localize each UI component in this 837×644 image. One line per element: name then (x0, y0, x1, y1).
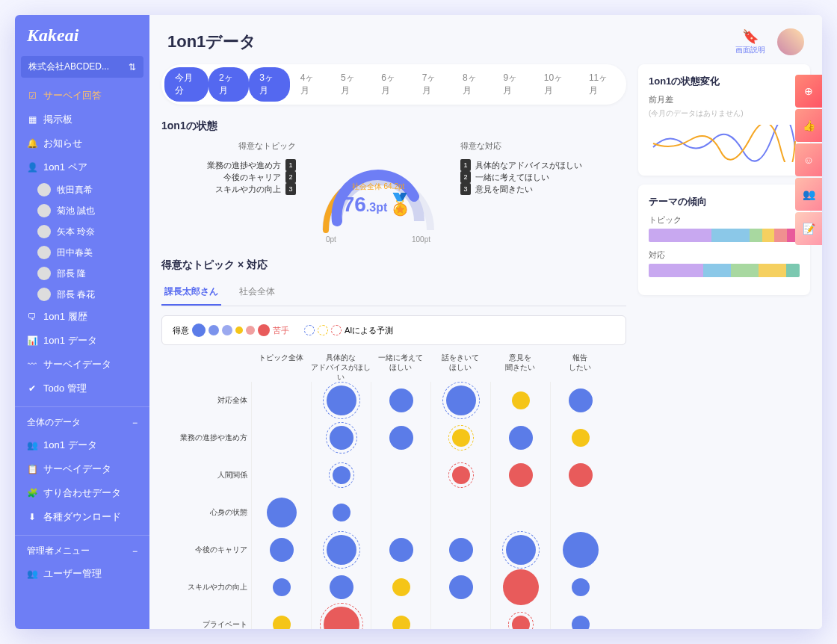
month-tab[interactable]: 5ヶ月 (330, 67, 371, 102)
nav-notice[interactable]: 🔔お知らせ (15, 131, 149, 155)
rank-badge: 1 (460, 159, 471, 171)
bubble-cell (371, 456, 430, 494)
bubble-row: 人間関係 (251, 456, 626, 494)
member-item[interactable]: 矢本 玲奈 (15, 221, 149, 242)
bubble-cell (490, 456, 550, 494)
nav-all-survey[interactable]: 📋サーベイデータ (15, 457, 149, 481)
bubble-cell (251, 569, 311, 606)
bubble-cell (430, 569, 490, 606)
nav-survey[interactable]: ☑サーベイ回答 (15, 84, 149, 108)
actions-item: 1具体的なアドバイスがほしい (460, 159, 595, 171)
nav-users[interactable]: 👥ユーザー管理 (15, 562, 149, 586)
member-item[interactable]: 田中春美 (15, 242, 149, 263)
help-button[interactable]: 🔖 画面説明 (735, 28, 765, 55)
bubble-cell (490, 382, 550, 419)
avatar-icon (37, 288, 51, 301)
month-tab[interactable]: 7ヶ月 (412, 67, 452, 102)
bubble-cell (550, 494, 610, 531)
month-tab[interactable]: 9ヶ月 (492, 67, 533, 102)
col-header: トピック全体 (251, 353, 311, 382)
bubble-cell (371, 382, 430, 419)
nav-label: 1on1 履歴 (43, 310, 87, 323)
nav-download[interactable]: ⬇各種ダウンロード (15, 505, 149, 529)
bubble (273, 616, 291, 629)
actions-item: 3意見を聞きたい (460, 183, 595, 195)
nav-label: 掲示板 (43, 113, 72, 126)
nav-match[interactable]: 🧩すり合わせデータ (15, 481, 149, 505)
month-tab[interactable]: 8ヶ月 (452, 67, 492, 102)
bubble-cell (550, 456, 610, 494)
bubble (503, 569, 539, 605)
col-header: 具体的なアドバイスがほしい (311, 353, 371, 382)
side-tab-note[interactable]: 📝 (795, 212, 822, 245)
member-item[interactable]: 部長 春花 (15, 284, 149, 305)
bubble (330, 426, 353, 450)
topic-bar (649, 229, 800, 242)
org-selector[interactable]: 株式会社ABCDED... ⇅ (21, 56, 143, 78)
rank-badge: 3 (285, 183, 296, 195)
bubble-cell (251, 494, 311, 531)
bubble (273, 578, 291, 596)
nav-todo[interactable]: ✔Todo 管理 (15, 377, 149, 400)
side-tab-add[interactable]: ⊕ (795, 75, 822, 108)
member-item[interactable]: 菊池 誠也 (15, 200, 149, 221)
card-sub: 前月差 (649, 94, 800, 105)
bubble (572, 429, 590, 447)
bubble (512, 391, 530, 409)
board-icon: ▦ (27, 114, 37, 125)
change-card: 1on1の状態変化 前月差 (今月のデータはありません) (638, 64, 810, 176)
month-tab[interactable]: 今月分 (164, 67, 209, 102)
month-tab[interactable]: 4ヶ月 (290, 67, 330, 102)
nav-all-data[interactable]: 👥1on1 データ (15, 433, 149, 457)
side-tab-user[interactable]: ☺ (795, 143, 822, 176)
nav-label: 各種ダウンロード (43, 510, 121, 524)
bubble-cell (430, 606, 490, 629)
avatar-icon (37, 246, 51, 259)
bubble (330, 575, 353, 599)
subtab-person[interactable]: 課長太郎さん (161, 279, 221, 306)
col-header: 報告したい (550, 353, 610, 382)
member-item[interactable]: 部長 隆 (15, 263, 149, 284)
topics-title: 得意なトピック (161, 140, 296, 152)
user-avatar[interactable] (777, 28, 804, 55)
month-tab[interactable]: 11ヶ月 (578, 67, 623, 102)
sparkline (649, 125, 800, 162)
subtab-society[interactable]: 社会全体 (236, 279, 278, 306)
avatar-icon (37, 183, 51, 196)
bubble (506, 535, 536, 565)
rank-badge: 2 (460, 171, 471, 183)
main: 1on1データ 🔖 画面説明 今月分2ヶ月3ヶ月4ヶ月5ヶ月6ヶ月7ヶ月8ヶ月9… (149, 15, 822, 629)
user-icon: 👤 (27, 162, 37, 173)
bubble-cell (430, 494, 490, 531)
nav-board[interactable]: ▦掲示板 (15, 108, 149, 131)
col-header: 一緒に考えてほしい (371, 353, 430, 382)
month-tab[interactable]: 6ヶ月 (371, 67, 411, 102)
member-item[interactable]: 牧田真希 (15, 179, 149, 200)
month-tabs: 今月分2ヶ月3ヶ月4ヶ月5ヶ月6ヶ月7ヶ月8ヶ月9ヶ月10ヶ月11ヶ月 (161, 64, 626, 105)
bubble-cell (371, 606, 430, 629)
bubble-cell (550, 382, 610, 419)
month-tab[interactable]: 10ヶ月 (534, 67, 578, 102)
minus-icon[interactable]: − (132, 546, 138, 557)
month-tab[interactable]: 2ヶ月 (209, 67, 249, 102)
nav-data[interactable]: 📊1on1 データ (15, 329, 149, 353)
bubble-cell (251, 456, 311, 494)
nav-history[interactable]: 🗨1on1 履歴 (15, 305, 149, 329)
score-gauge: 社会全体 64.2pt 76.3pt🏅 0pt100pt (303, 140, 453, 253)
bubble (446, 386, 476, 415)
minus-icon[interactable]: − (132, 418, 138, 428)
topic-label: トピック (649, 214, 800, 226)
header: 1on1データ 🔖 画面説明 (149, 15, 822, 64)
bubble-cell (430, 419, 490, 456)
bubble (392, 616, 410, 629)
bubble-cell (550, 569, 610, 606)
side-tab-like[interactable]: 👍 (795, 109, 822, 142)
org-name: 株式会社ABCDED... (28, 61, 109, 73)
side-tab-users[interactable]: 👥 (795, 178, 822, 211)
nav-surveydata[interactable]: 〰サーベイデータ (15, 353, 149, 377)
month-tab[interactable]: 3ヶ月 (249, 67, 289, 102)
nav-pair[interactable]: 👤1on1 ペア (15, 155, 149, 179)
bubble-cell (490, 531, 550, 569)
bubble (392, 578, 410, 596)
legend-pred: AIによる予測 (345, 325, 393, 336)
